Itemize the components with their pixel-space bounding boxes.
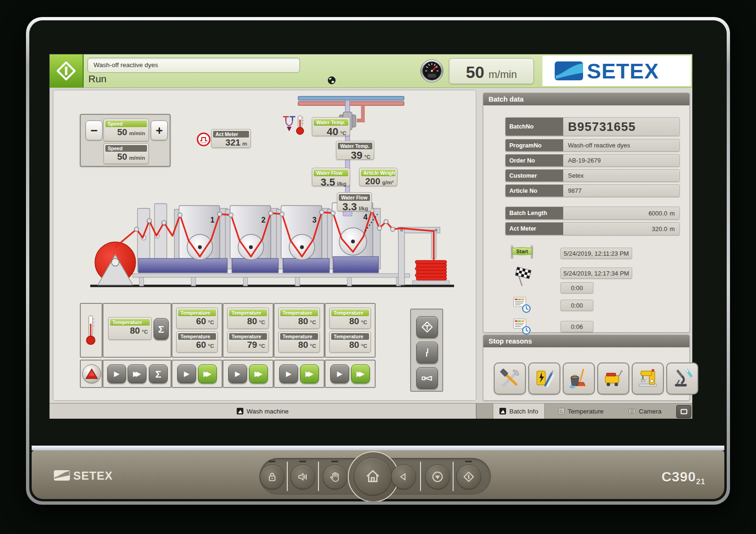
bezel-setex-logo: SETEX xyxy=(53,468,124,482)
status-header: Wash-off reactive dyes Run xyxy=(50,54,692,88)
comp-2-drive-buttons: ▶ ▶▶ xyxy=(223,360,274,388)
home-button[interactable] xyxy=(354,457,392,495)
program-no-row: ProgramNo Wash-off reactive dyes xyxy=(505,139,680,152)
comp-4-drive-buttons: ▶ ▶▶ xyxy=(325,360,376,388)
model-sub-label: 21 xyxy=(696,478,705,486)
batch-data-panel: Batch data BatchNo B95731655 ProgramNo W… xyxy=(483,93,690,333)
speed-increase-button[interactable]: + xyxy=(151,121,168,140)
alarm-button[interactable] xyxy=(82,364,101,383)
batch-length-row: Batch Length 6000.0m xyxy=(505,207,680,220)
program-name-field[interactable]: Wash-off reactive dyes xyxy=(87,58,300,73)
horn-button[interactable] xyxy=(416,367,438,389)
compartment-1-number: 1 xyxy=(210,216,215,224)
tab-wash-machine[interactable]: Wash machine xyxy=(50,404,477,419)
window-icon xyxy=(680,409,687,414)
tab-batch-info[interactable]: Batch Info xyxy=(493,404,545,419)
comp-1-drive-buttons: ▶ ▶▶ xyxy=(172,360,223,388)
comp-4-temp-setpoint: Temperature 80°C xyxy=(329,308,371,329)
stop-button[interactable] xyxy=(425,465,450,489)
electrical-icon xyxy=(533,368,555,389)
main-sigma-button[interactable]: Σ xyxy=(154,318,169,340)
alarm-triangle-icon xyxy=(85,368,98,380)
start-led xyxy=(465,461,472,463)
transport-cart-icon xyxy=(602,368,624,389)
globe-icon[interactable] xyxy=(327,76,336,85)
comp-4-temperature-cell: Temperature 80°C Temperature 80°C xyxy=(325,303,376,358)
svg-text:SETEX: SETEX xyxy=(73,469,113,482)
speedometer-icon xyxy=(420,59,444,83)
button-separator xyxy=(420,462,421,491)
comp-3-temp-setpoint: Temperature 80°C xyxy=(278,308,320,329)
model-label: C39021 xyxy=(662,469,705,485)
comp-4-fast-button[interactable]: ▶▶ xyxy=(351,364,370,383)
stop-reason-transport-button[interactable] xyxy=(597,362,629,395)
batch-end-button[interactable] xyxy=(416,316,438,338)
comp-2-temp-setpoint: Temperature 80°C xyxy=(227,308,269,329)
stop-reason-cleaning-button[interactable] xyxy=(563,362,595,395)
comp-2-fast-button[interactable]: ▶▶ xyxy=(249,364,268,383)
thermometer-cell xyxy=(80,303,103,358)
batch-length-value: 6000.0 xyxy=(648,210,667,217)
setex-logo: SETEX xyxy=(542,56,691,86)
step-mode-button[interactable] xyxy=(416,342,438,363)
hand-icon xyxy=(329,471,341,483)
speed-decrease-button[interactable]: − xyxy=(86,121,103,140)
stop-reasons-title: Stop reasons xyxy=(483,335,689,347)
screen-bezel: Wash-off reactive dyes Run xyxy=(29,20,727,501)
act-meter-value: 321 xyxy=(225,138,241,148)
line-speed-value: 50 xyxy=(466,63,484,82)
article-no-value: 9877 xyxy=(563,185,679,197)
comp-1-temperature-cell: Temperature 60°C Temperature 60°C xyxy=(172,303,223,358)
customer-value: Setex xyxy=(563,170,679,181)
wash-machine-tab-icon xyxy=(237,408,243,414)
button-separator xyxy=(318,462,319,491)
stop-reason-laboratory-button[interactable] xyxy=(666,362,698,395)
bezel-divider-strip xyxy=(32,446,724,450)
machine-function-panel xyxy=(410,309,443,392)
comp-3-drive-buttons: ▶ ▶▶ xyxy=(274,360,325,388)
act-meter-row: Act Meter 320.0m xyxy=(505,222,680,235)
stop-reason-electrical-button[interactable] xyxy=(528,362,560,395)
tab-temperature[interactable]: Temperature xyxy=(545,404,617,419)
start-icon xyxy=(462,470,475,483)
volume-led xyxy=(299,461,306,463)
back-icon xyxy=(397,471,410,483)
main-fast-button[interactable]: ▶▶ xyxy=(128,364,146,383)
comp-1-run-button[interactable]: ▶ xyxy=(177,364,196,383)
act-meter-label: Act Meter xyxy=(213,131,249,138)
tab-camera[interactable]: Camera xyxy=(617,404,673,419)
batch-start-time: 5/24/2019, 12:11:23 PM xyxy=(560,248,632,259)
comp-2-run-button[interactable]: ▶ xyxy=(228,364,247,383)
unwinder-roll xyxy=(95,242,136,285)
comp-3-fast-button[interactable]: ▶▶ xyxy=(300,364,319,383)
laboratory-icon xyxy=(671,368,693,389)
svg-text:Start: Start xyxy=(516,249,528,254)
manual-mode-button[interactable] xyxy=(323,465,347,489)
wash-machine-view: 1 2 3 4 xyxy=(53,90,476,401)
line-speed-unit: m/min xyxy=(489,69,517,81)
comp-2-temperature-cell: Temperature 80°C Temperature 79°C xyxy=(223,303,274,358)
button-separator xyxy=(453,462,454,491)
comp-4-run-button[interactable]: ▶ xyxy=(330,364,349,383)
stop-reason-sewing-button[interactable] xyxy=(632,362,664,395)
stop-reason-mechanical-button[interactable] xyxy=(494,362,526,395)
volume-button[interactable] xyxy=(291,465,315,489)
program-no-value: Wash-off reactive dyes xyxy=(563,139,679,151)
front-bezel: SETEX xyxy=(32,450,724,499)
back-button[interactable] xyxy=(391,465,416,489)
window-toggle-button[interactable] xyxy=(676,405,691,418)
speed-control-group: − Speed 50m/min + Speed 50m/min xyxy=(80,114,171,167)
batch-no-row: BatchNo B95731655 xyxy=(505,117,680,136)
main-run-button[interactable]: ▶ xyxy=(107,364,126,383)
comp-3-run-button[interactable]: ▶ xyxy=(279,364,298,383)
stop-time-1: 0:00 xyxy=(560,300,593,311)
comp-1-fast-button[interactable]: ▶▶ xyxy=(198,364,217,383)
hardware-button-cluster xyxy=(259,458,491,495)
manual-led xyxy=(331,461,338,463)
lock-button[interactable] xyxy=(260,465,284,489)
main-sigma-drive-button[interactable]: Σ xyxy=(149,364,168,383)
act-meter-display: Act Meter 321m xyxy=(211,129,251,148)
water-flow-actual: Water Flow 3.3l/kg xyxy=(337,192,372,211)
water-flow-setpoint: Water Flow 3.5l/kg xyxy=(312,168,350,186)
start-button[interactable] xyxy=(456,465,481,489)
